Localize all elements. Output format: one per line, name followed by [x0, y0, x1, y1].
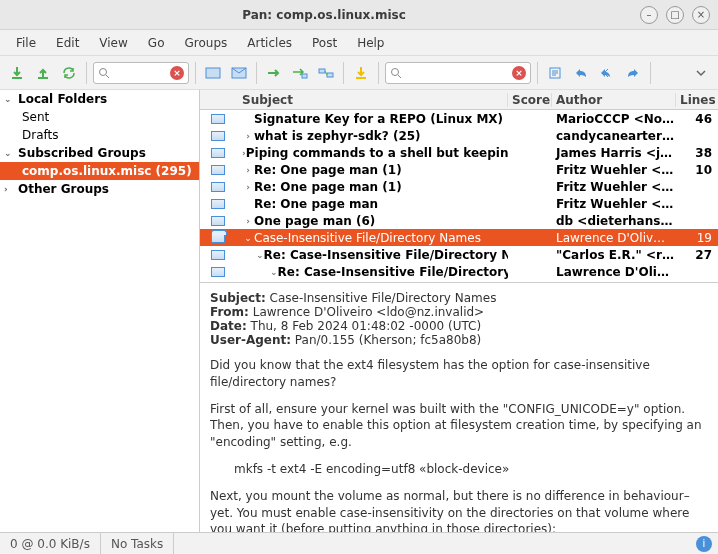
thread-toggle-icon[interactable]: ›	[242, 182, 254, 192]
article-search-box[interactable]: ×	[385, 62, 531, 84]
menu-help[interactable]: Help	[347, 32, 394, 54]
minimize-button[interactable]: –	[640, 6, 658, 24]
message-row[interactable]: › Re: One page man (1)Fritz Wuehler <fr……	[200, 161, 718, 178]
unread-icon[interactable]	[228, 62, 250, 84]
message-row[interactable]: Signature Key for a REPO (Linux MX)Mario…	[200, 110, 718, 127]
search-icon	[390, 67, 402, 79]
message-subject: › Re: One page man (1)	[236, 163, 508, 177]
reply-icon[interactable]	[570, 62, 592, 84]
thread-toggle-icon[interactable]: ⌄	[242, 233, 254, 243]
statusbar: 0 @ 0.0 KiB/s No Tasks i	[0, 532, 718, 554]
folder-local[interactable]: ⌄Local Folders	[0, 90, 199, 108]
message-row[interactable]: Re: One page manFritz Wuehler <fr…	[200, 195, 718, 212]
message-list-header: Subject Score Author Lines	[200, 90, 718, 110]
envelope-icon	[211, 199, 225, 209]
message-row[interactable]: ⌄ Re: Case-Insensitive File/Directory Na…	[200, 263, 718, 280]
save-icon[interactable]	[350, 62, 372, 84]
folder-other[interactable]: ›Other Groups	[0, 180, 199, 198]
message-subject: › One page man (6)	[236, 214, 508, 228]
close-button[interactable]: ×	[692, 6, 710, 24]
thread-toggle-icon[interactable]: ⌄	[256, 250, 264, 260]
preview-headers: Subject: Case-Insensitive File/Directory…	[210, 291, 708, 347]
preview-ua: Pan/0.155 (Kherson; fc5a80b8)	[295, 333, 481, 347]
envelope-icon	[211, 114, 225, 124]
thread-toggle-icon[interactable]: ›	[242, 165, 254, 175]
message-row[interactable]: › Re: One page man (1)Fritz Wuehler <fr…	[200, 178, 718, 195]
read-icon[interactable]	[202, 62, 224, 84]
message-subject: ⌄ Re: Case-Insensitive File/Directory Na…	[236, 265, 508, 279]
message-lines: 38	[676, 146, 718, 160]
message-author: db <dieterhansb…	[552, 214, 676, 228]
dropdown-icon[interactable]	[690, 62, 712, 84]
col-lines[interactable]: Lines	[676, 93, 718, 107]
message-subject: ⌄ Case-Insensitive File/Directory Names	[236, 231, 508, 245]
folder-subscribed[interactable]: ⌄Subscribed Groups	[0, 144, 199, 162]
message-subject: Re: One page man	[236, 197, 508, 211]
svg-rect-3	[302, 74, 307, 78]
clear-group-search[interactable]: ×	[170, 66, 184, 80]
maximize-button[interactable]: □	[666, 6, 684, 24]
status-tasks: No Tasks	[101, 533, 174, 554]
svg-rect-1	[206, 68, 220, 78]
message-author: Lawrence D'Oliv…	[552, 231, 676, 245]
group-search-box[interactable]: ×	[93, 62, 189, 84]
message-author: James Harris <ja…	[552, 146, 676, 160]
message-subject: › Piping commands to a shell but keeping…	[236, 146, 508, 160]
search-icon	[98, 67, 110, 79]
message-row[interactable]: › what is zephyr-sdk? (25)candycanearter…	[200, 127, 718, 144]
message-preview[interactable]: Subject: Case-Insensitive File/Directory…	[200, 282, 718, 532]
col-author[interactable]: Author	[552, 93, 676, 107]
message-author: Fritz Wuehler <fr…	[552, 180, 676, 194]
col-score[interactable]: Score	[508, 93, 552, 107]
refresh-icon[interactable]	[58, 62, 80, 84]
menu-view[interactable]: View	[89, 32, 137, 54]
message-subject: ⌄ Re: Case-Insensitive File/Directory Na…	[236, 248, 508, 262]
envelope-icon	[211, 165, 225, 175]
message-row[interactable]: › Piping commands to a shell but keeping…	[200, 144, 718, 161]
menu-groups[interactable]: Groups	[174, 32, 237, 54]
titlebar: Pan: comp.os.linux.misc – □ ×	[0, 0, 718, 30]
menu-articles[interactable]: Articles	[237, 32, 302, 54]
info-icon[interactable]: i	[696, 536, 712, 552]
preview-subject: Case-Insensitive File/Directory Names	[270, 291, 497, 305]
envelope-icon	[211, 216, 225, 226]
toolbar: × ×	[0, 56, 718, 90]
message-subject: › Re: One page man (1)	[236, 180, 508, 194]
right-pane: Subject Score Author Lines Signature Key…	[200, 90, 718, 532]
message-list[interactable]: Signature Key for a REPO (Linux MX)Mario…	[200, 110, 718, 282]
preview-from: Lawrence D'Oliveiro <ldo@nz.invalid>	[253, 305, 484, 319]
message-author: Lawrence D'Oliv…	[552, 265, 676, 279]
download-icon[interactable]	[6, 62, 28, 84]
message-lines: 27	[676, 248, 718, 262]
folder-selected-group[interactable]: comp.os.linux.misc (295)	[0, 162, 199, 180]
sidebar: ⌄Local Folders Sent Drafts ⌄Subscribed G…	[0, 90, 200, 532]
menu-post[interactable]: Post	[302, 32, 347, 54]
menu-go[interactable]: Go	[138, 32, 175, 54]
folder-drafts[interactable]: Drafts	[0, 126, 199, 144]
group-search-input[interactable]	[110, 66, 170, 80]
message-row[interactable]: ⌄ Case-Insensitive File/Directory NamesL…	[200, 229, 718, 246]
next-group-icon[interactable]	[315, 62, 337, 84]
col-subject[interactable]: Subject	[236, 93, 508, 107]
window-controls: – □ ×	[640, 6, 710, 24]
compose-icon[interactable]	[544, 62, 566, 84]
thread-toggle-icon[interactable]: ›	[242, 216, 254, 226]
message-author: Fritz Wuehler <fr…	[552, 163, 676, 177]
menu-edit[interactable]: Edit	[46, 32, 89, 54]
clear-article-search[interactable]: ×	[512, 66, 526, 80]
next-unread-icon[interactable]	[263, 62, 285, 84]
forward-icon[interactable]	[622, 62, 644, 84]
folder-sent[interactable]: Sent	[0, 108, 199, 126]
thread-toggle-icon[interactable]: ⌄	[270, 267, 278, 277]
next-thread-icon[interactable]	[289, 62, 311, 84]
message-row[interactable]: ⌄ Re: Case-Insensitive File/Directory Na…	[200, 246, 718, 263]
reply-all-icon[interactable]	[596, 62, 618, 84]
status-speed: 0 @ 0.0 KiB/s	[0, 533, 101, 554]
message-row[interactable]: › One page man (6)db <dieterhansb…	[200, 212, 718, 229]
upload-icon[interactable]	[32, 62, 54, 84]
thread-toggle-icon[interactable]: ›	[242, 131, 254, 141]
preview-body: Did you know that the ext4 filesystem ha…	[210, 357, 708, 532]
message-lines: 46	[676, 112, 718, 126]
article-search-input[interactable]	[402, 66, 512, 80]
menu-file[interactable]: File	[6, 32, 46, 54]
